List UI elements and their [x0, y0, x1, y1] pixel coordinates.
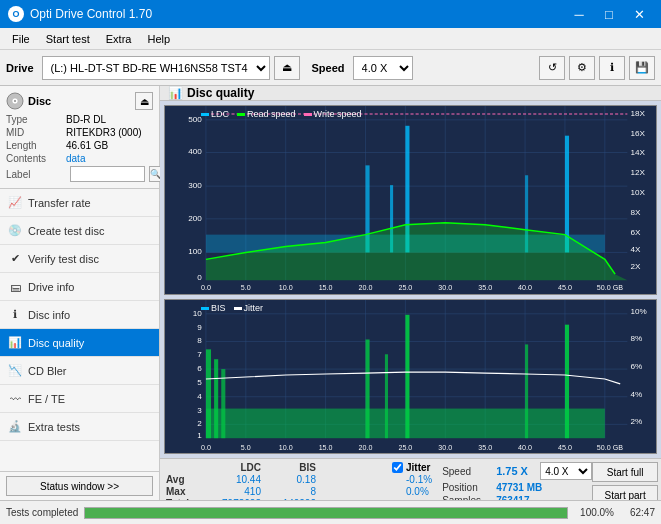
progress-percent: 100.0% [574, 507, 614, 518]
status-text: Tests completed [6, 507, 78, 518]
progress-bar-container [84, 507, 568, 519]
stat-total-bis: 140202 [261, 498, 316, 500]
read-speed-legend-label: Read speed [247, 109, 296, 119]
stat-total-ldc: 7973623 [201, 498, 261, 500]
sidebar-item-disc-info[interactable]: ℹ Disc info [0, 301, 159, 329]
speed-select[interactable]: 4.0 X 1.0 X 2.0 X 8.0 X [353, 56, 413, 80]
jitter-checkbox[interactable] [392, 462, 403, 473]
svg-text:4%: 4% [630, 390, 642, 399]
stat-max-label: Max [166, 486, 201, 497]
save-button[interactable]: 💾 [629, 56, 655, 80]
sidebar-item-cd-bler[interactable]: 📉 CD Bler [0, 357, 159, 385]
disc-panel-label: Disc [28, 95, 51, 107]
write-speed-legend-label: Write speed [314, 109, 362, 119]
speed-row: Speed 1.75 X 4.0 X [442, 462, 592, 480]
top-chart-svg: 500 400 300 200 100 0 18X 16X 14X 12X 10… [165, 106, 656, 294]
disc-panel: Disc ⏏ Type BD-R DL MID RITEKDR3 (000) L… [0, 86, 159, 189]
ldc-legend-label: LDC [211, 109, 229, 119]
info-button[interactable]: ℹ [599, 56, 625, 80]
svg-text:25.0: 25.0 [398, 284, 412, 291]
svg-text:20.0: 20.0 [359, 444, 373, 451]
stat-max-bis: 8 [261, 486, 316, 497]
status-bar-section: Status window >> [0, 471, 159, 500]
speed-select-stat[interactable]: 4.0 X [540, 462, 592, 480]
svg-text:45.0: 45.0 [558, 284, 572, 291]
svg-text:2: 2 [197, 419, 202, 428]
samples-row: Samples 763417 [442, 495, 592, 500]
top-chart-legend: LDC Read speed Write speed [201, 109, 361, 119]
svg-rect-71 [206, 409, 605, 439]
charts-area: LDC Read speed Write speed [160, 101, 661, 458]
svg-text:14X: 14X [630, 149, 645, 158]
drive-select[interactable]: (L:) HL-DT-ST BD-RE WH16NS58 TST4 [42, 56, 270, 80]
maximize-button[interactable]: □ [595, 0, 623, 28]
status-window-button[interactable]: Status window >> [6, 476, 153, 496]
svg-text:200: 200 [188, 214, 202, 223]
disc-type-key: Type [6, 114, 66, 125]
chart-header: 📊 Disc quality [160, 86, 661, 101]
svg-text:0.0: 0.0 [201, 284, 211, 291]
svg-text:300: 300 [188, 181, 202, 190]
svg-text:6: 6 [197, 364, 202, 373]
svg-text:2X: 2X [630, 262, 641, 271]
eject-button[interactable]: ⏏ [274, 56, 300, 80]
sidebar-item-fe-te[interactable]: 〰 FE / TE [0, 385, 159, 413]
disc-mid-key: MID [6, 127, 66, 138]
sidebar-item-disc-quality[interactable]: 📊 Disc quality [0, 329, 159, 357]
position-label: Position [442, 482, 492, 493]
svg-text:10X: 10X [630, 188, 645, 197]
svg-text:10.0: 10.0 [279, 284, 293, 291]
menu-help[interactable]: Help [139, 31, 178, 47]
sidebar-item-label-disc-info: Disc info [28, 309, 70, 321]
svg-text:45.0: 45.0 [558, 444, 572, 451]
stat-jitter-max: 0.0% [392, 486, 432, 497]
sidebar-item-label-verify-test-disc: Verify test disc [28, 253, 99, 265]
menu-extra[interactable]: Extra [98, 31, 140, 47]
svg-rect-75 [365, 339, 369, 438]
close-button[interactable]: ✕ [625, 0, 653, 28]
disc-type-val: BD-R DL [66, 114, 106, 125]
sidebar-item-create-test-disc[interactable]: 💿 Create test disc [0, 217, 159, 245]
legend-jitter: Jitter [234, 303, 264, 313]
menu-file[interactable]: File [4, 31, 38, 47]
menu-start-test[interactable]: Start test [38, 31, 98, 47]
svg-text:5: 5 [197, 378, 202, 387]
stat-total-label: Total [166, 498, 201, 500]
sidebar-item-verify-test-disc[interactable]: ✔ Verify test disc [0, 245, 159, 273]
disc-contents-key: Contents [6, 153, 66, 164]
sidebar: Disc ⏏ Type BD-R DL MID RITEKDR3 (000) L… [0, 86, 160, 500]
sidebar-item-drive-info[interactable]: 🖴 Drive info [0, 273, 159, 301]
sidebar-item-extra-tests[interactable]: 🔬 Extra tests [0, 413, 159, 441]
disc-length-row: Length 46.61 GB [6, 140, 153, 151]
svg-text:35.0: 35.0 [478, 284, 492, 291]
disc-quality-icon: 📊 [8, 336, 22, 350]
drive-info-icon: 🖴 [8, 280, 22, 294]
disc-label-key: Label [6, 169, 66, 180]
svg-text:100: 100 [188, 248, 202, 257]
start-part-button[interactable]: Start part [592, 485, 658, 500]
disc-eject-button[interactable]: ⏏ [135, 92, 153, 110]
disc-header-left: Disc [6, 92, 51, 110]
sidebar-item-label-cd-bler: CD Bler [28, 365, 67, 377]
drive-label: Drive [6, 62, 34, 74]
disc-length-key: Length [6, 140, 66, 151]
legend-read-speed: Read speed [237, 109, 296, 119]
chart-header-icon: 📊 [168, 86, 183, 100]
svg-text:40.0: 40.0 [518, 284, 532, 291]
sidebar-item-transfer-rate[interactable]: 📈 Transfer rate [0, 189, 159, 217]
jitter-label: Jitter [406, 462, 430, 473]
extra-tests-icon: 🔬 [8, 420, 22, 434]
svg-text:12X: 12X [630, 168, 645, 177]
top-chart: LDC Read speed Write speed [164, 105, 657, 295]
disc-header: Disc ⏏ [6, 92, 153, 110]
settings-button[interactable]: ⚙ [569, 56, 595, 80]
start-full-button[interactable]: Start full [592, 462, 658, 482]
disc-label-input[interactable] [70, 166, 145, 182]
jitter-stats: Jitter -0.1% 0.0% [392, 462, 432, 497]
refresh-button[interactable]: ↺ [539, 56, 565, 80]
minimize-button[interactable]: ─ [565, 0, 593, 28]
stat-max-ldc: 410 [201, 486, 261, 497]
svg-text:50.0 GB: 50.0 GB [597, 284, 624, 291]
svg-rect-72 [206, 349, 211, 438]
app-title: Opti Drive Control 1.70 [30, 7, 152, 21]
